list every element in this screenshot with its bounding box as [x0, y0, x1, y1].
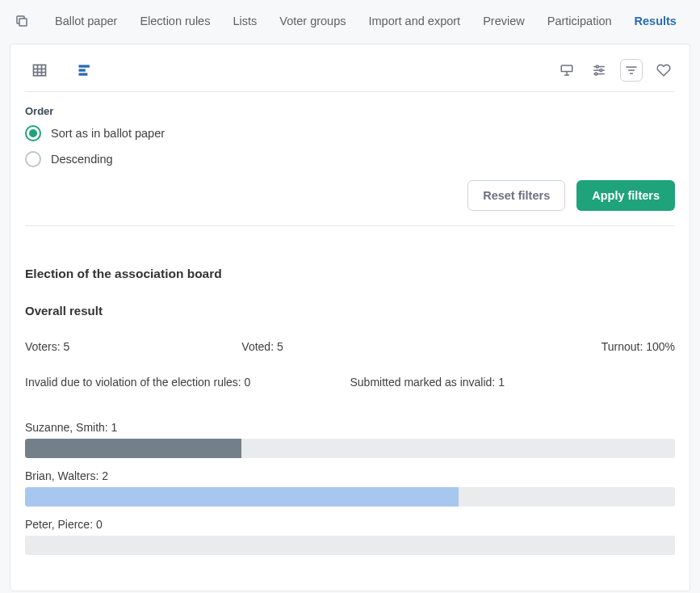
view-mode-row — [25, 59, 675, 82]
chart-bar-track — [25, 439, 675, 458]
filter-actions: Reset filters Apply filters — [25, 180, 675, 211]
bar-view-icon[interactable] — [73, 59, 96, 82]
presentation-icon[interactable] — [555, 59, 578, 82]
election-title: Election of the association board — [25, 267, 675, 281]
radio-label: Sort as in ballot paper — [51, 127, 165, 140]
chart-bar-label: Suzanne, Smith: 1 — [25, 421, 675, 434]
svg-rect-6 — [79, 65, 90, 67]
copy-icon[interactable] — [15, 14, 29, 28]
svg-rect-0 — [19, 19, 27, 26]
svg-point-15 — [600, 69, 602, 72]
radio-label: Descending — [51, 153, 113, 166]
chart-bar-label: Peter, Pierce: 0 — [25, 518, 675, 531]
nav-tab-ballot-paper[interactable]: Ballot paper — [55, 15, 117, 27]
stats-row-1: Voters: 5 Voted: 5 Turnout: 100% — [25, 340, 675, 353]
radio-icon[interactable] — [25, 125, 41, 141]
svg-rect-8 — [79, 73, 88, 75]
chart-bar-fill — [25, 439, 241, 458]
svg-rect-1 — [34, 65, 46, 75]
turnout-stat: Turnout: 100% — [459, 340, 675, 353]
reset-filters-button[interactable]: Reset filters — [467, 180, 565, 211]
voters-stat: Voters: 5 — [25, 340, 241, 353]
radio-icon[interactable] — [25, 151, 41, 167]
chart-bar-item: Suzanne, Smith: 1 — [25, 421, 675, 458]
filter-icon[interactable] — [620, 59, 643, 82]
chart-bar-item: Brian, Walters: 2 — [25, 469, 675, 507]
top-nav: Ballot paperElection rulesListsVoter gro… — [0, 0, 700, 42]
divider — [25, 91, 675, 92]
order-section-label: Order — [25, 105, 675, 117]
order-option[interactable]: Descending — [25, 151, 675, 167]
svg-rect-7 — [79, 69, 86, 71]
stats-row-2: Invalid due to violation of the election… — [25, 376, 675, 389]
nav-tab-results[interactable]: Results — [635, 15, 677, 27]
divider — [25, 225, 675, 226]
nav-tab-participation[interactable]: Participation — [547, 15, 612, 27]
invalid-rules-stat: Invalid due to violation of the election… — [25, 376, 350, 389]
nav-tab-voter-groups[interactable]: Voter groups — [279, 15, 346, 27]
overall-result-heading: Overall result — [25, 304, 675, 318]
order-option[interactable]: Sort as in ballot paper — [25, 125, 675, 141]
results-bar-chart: Suzanne, Smith: 1Brian, Walters: 2Peter,… — [25, 421, 675, 555]
heart-icon[interactable] — [652, 59, 675, 82]
svg-point-17 — [595, 73, 597, 75]
nav-tab-import-and-export[interactable]: Import and export — [369, 15, 461, 27]
chart-bar-item: Peter, Pierce: 0 — [25, 518, 675, 555]
chart-bar-label: Brian, Walters: 2 — [25, 469, 675, 482]
svg-rect-9 — [561, 65, 572, 72]
chart-bar-track — [25, 536, 675, 555]
nav-tab-preview[interactable]: Preview — [483, 15, 525, 27]
sliders-icon[interactable] — [588, 59, 610, 82]
results-card: Order Sort as in ballot paperDescending … — [10, 44, 690, 591]
apply-filters-button[interactable]: Apply filters — [576, 180, 675, 211]
svg-point-13 — [596, 65, 598, 68]
marked-invalid-stat: Submitted marked as invalid: 1 — [350, 376, 676, 389]
nav-tab-lists[interactable]: Lists — [233, 15, 257, 27]
chart-bar-track — [25, 487, 675, 507]
chart-bar-fill — [25, 487, 459, 507]
voted-stat: Voted: 5 — [241, 340, 458, 353]
nav-tab-election-rules[interactable]: Election rules — [140, 15, 210, 27]
table-view-icon[interactable] — [28, 59, 51, 82]
